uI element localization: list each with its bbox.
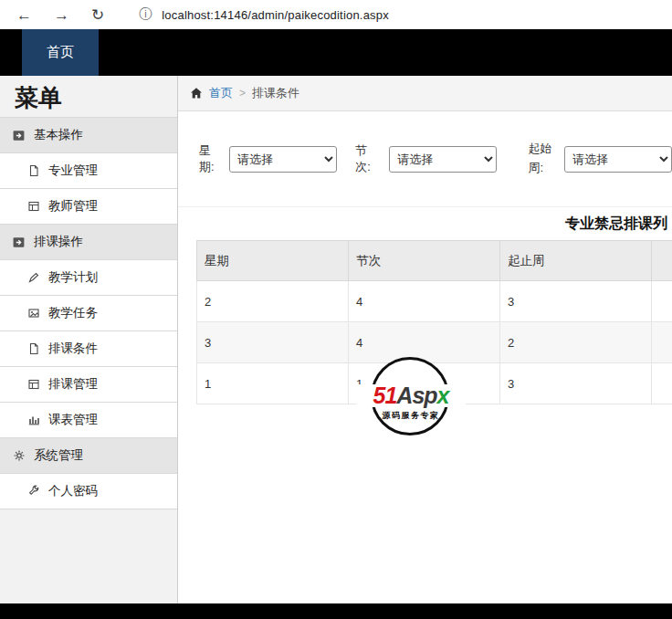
- address-bar[interactable]: ⓘ localhost:14146/admin/paikecodition.as…: [139, 6, 389, 23]
- watermark-subtitle: 源码服务专家: [363, 410, 458, 422]
- image-icon: [26, 307, 40, 320]
- sidebar-item-scheduling-management[interactable]: 排课管理: [0, 367, 177, 403]
- refresh-icon[interactable]: ↻: [91, 7, 104, 23]
- sidebar-item-personal-password[interactable]: 个人密码: [0, 474, 177, 509]
- forward-icon[interactable]: →: [54, 7, 69, 23]
- breadcrumb-separator: >: [239, 87, 246, 100]
- panel-icon: [12, 129, 26, 142]
- browser-toolbar: ← → ↻ ⓘ localhost:14146/admin/paikecodit…: [0, 0, 672, 29]
- cell-period: 4: [349, 281, 500, 322]
- cell-weekrange: 3: [500, 281, 652, 322]
- brand-51: 51: [373, 383, 397, 408]
- sidebar-item-teaching-task[interactable]: 教学任务: [0, 296, 177, 331]
- sidebar-item-label: 排课操作: [34, 234, 83, 250]
- sidebar-item-label: 排课条件: [48, 341, 98, 357]
- main-content: 首页 > 排课条件 星期: 请选择 节次: 请选择 起始周: 请选择 专业禁忌排…: [178, 76, 672, 603]
- top-navbar: 首页: [0, 29, 672, 76]
- sidebar-item-label: 教学任务: [48, 305, 98, 321]
- sidebar-item-label: 排课管理: [48, 376, 98, 393]
- sidebar-item-timetable-management[interactable]: 课表管理: [0, 403, 177, 438]
- sidebar-item-label: 个人密码: [48, 483, 98, 499]
- breadcrumb-current: 排课条件: [252, 85, 299, 101]
- gear-icon: [12, 449, 26, 463]
- cell-week: 3: [197, 322, 349, 363]
- col-header-weekrange: 起止周: [500, 241, 652, 281]
- sidebar-item-teaching-plan[interactable]: 教学计划: [0, 260, 177, 296]
- table-row: 2 4 3: [197, 281, 672, 322]
- cell-week: 1: [197, 363, 349, 404]
- browser-window: ← → ↻ ⓘ localhost:14146/admin/paikecodit…: [0, 0, 672, 619]
- sidebar-item-label: 基本操作: [34, 127, 83, 143]
- sidebar-item-label: 课表管理: [48, 412, 98, 428]
- cell-weekrange: 2: [500, 322, 652, 363]
- sidebar-item-scheduling-conditions[interactable]: 排课条件: [0, 331, 177, 367]
- wrench-icon: [26, 485, 40, 498]
- cell-extra: [652, 363, 672, 404]
- panel-icon: [12, 236, 26, 249]
- sidebar-section-system-management[interactable]: 系统管理: [0, 438, 177, 474]
- sidebar: 菜单 基本操作 专业管理 教师管理: [0, 76, 178, 603]
- file-icon: [26, 342, 40, 356]
- sidebar-item-major-management[interactable]: 专业管理: [0, 153, 177, 189]
- startweek-select[interactable]: 请选择: [564, 146, 672, 173]
- week-select[interactable]: 请选择: [229, 146, 337, 173]
- sidebar-item-label: 专业管理: [48, 163, 98, 179]
- cell-weekrange: 3: [500, 363, 652, 404]
- brand-asp: Asp: [396, 383, 436, 408]
- cell-extra: [652, 322, 672, 363]
- cell-extra: [652, 281, 672, 322]
- sidebar-section-scheduling-operations[interactable]: 排课操作: [0, 225, 177, 260]
- week-filter-label: 星期:: [199, 142, 226, 175]
- bottom-bar: [0, 603, 672, 619]
- site-info-icon[interactable]: ⓘ: [139, 6, 152, 23]
- startweek-filter-label: 起始周:: [528, 140, 556, 178]
- brand-x: x: [437, 383, 449, 408]
- sidebar-item-teacher-management[interactable]: 教师管理: [0, 189, 177, 225]
- breadcrumb: 首页 > 排课条件: [178, 76, 672, 111]
- home-icon: [190, 87, 203, 100]
- 51aspx-watermark: 51Aspx 源码服务专家: [363, 351, 458, 446]
- table-header-row: 星期 节次 起止周: [197, 241, 672, 281]
- period-select[interactable]: 请选择: [389, 146, 497, 173]
- breadcrumb-home-link[interactable]: 首页: [209, 85, 233, 101]
- cell-week: 2: [197, 281, 349, 322]
- bar-chart-icon: [26, 414, 40, 427]
- sidebar-item-label: 教师管理: [48, 198, 98, 215]
- sidebar-item-label: 系统管理: [34, 447, 83, 464]
- file-icon: [26, 164, 40, 178]
- col-header-period: 节次: [349, 241, 500, 281]
- table-icon: [26, 378, 40, 392]
- tab-home[interactable]: 首页: [22, 29, 99, 76]
- table-title: 专业禁忌排课列: [565, 215, 667, 234]
- pen-icon: [26, 271, 40, 285]
- sidebar-section-basic-operations[interactable]: 基本操作: [0, 118, 177, 153]
- sidebar-title: 菜单: [0, 76, 177, 117]
- back-icon[interactable]: ←: [16, 7, 32, 23]
- col-header-week: 星期: [197, 241, 349, 281]
- sidebar-menu: 基本操作 专业管理 教师管理 排课操作: [0, 117, 177, 509]
- filter-bar: 星期: 请选择 节次: 请选择 起始周: 请选择: [178, 111, 672, 207]
- period-filter-label: 节次:: [355, 142, 382, 175]
- url-text: localhost:14146/admin/paikecodition.aspx: [162, 8, 389, 22]
- sidebar-item-label: 教学计划: [48, 269, 98, 286]
- col-header-extra: [652, 241, 672, 281]
- table-icon: [26, 200, 40, 214]
- watermark-brand: 51Aspx: [356, 384, 466, 407]
